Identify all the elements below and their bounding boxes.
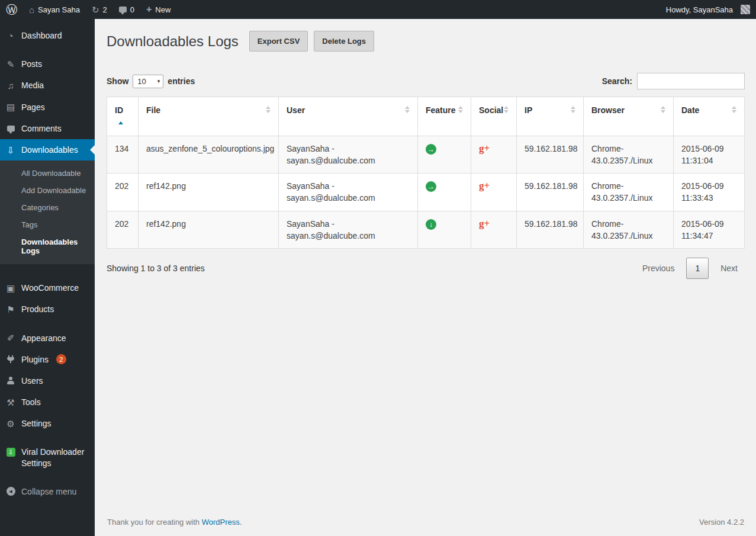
sidebar-item-plugins[interactable]: Plugins 2 (0, 349, 95, 370)
new-label: New (155, 5, 170, 14)
column-header-file[interactable]: File (139, 97, 279, 136)
updates-menu[interactable]: ↻ 2 (86, 0, 113, 19)
search-label: Search: (602, 76, 632, 86)
site-name: Sayan Saha (38, 5, 80, 14)
table-controls: Show 10 ▾ entries Search: (107, 73, 745, 89)
appearance-icon: ✐ (5, 333, 17, 342)
sidebar-item-label: Collapse menu (21, 486, 76, 497)
content-spacer (107, 279, 745, 509)
table-footer: Showing 1 to 3 of 3 entries Previous 1 N… (107, 258, 745, 279)
submenu-item-downloadables-logs[interactable]: Downloadables Logs (0, 233, 95, 259)
table-row: 202 ref142.png SayanSaha - sayan.s@dualc… (107, 211, 745, 249)
posts-icon: ✎ (5, 60, 17, 69)
cell-file: asus_zenfone_5_colouroptions.jpg (139, 136, 279, 174)
my-account-menu[interactable]: Howdy, SayanSaha (660, 0, 756, 19)
next-button[interactable]: Next (713, 258, 745, 278)
wp-logo-menu[interactable]: Ⓦ (0, 0, 23, 19)
search-input[interactable] (637, 73, 745, 89)
sidebar-item-woocommerce[interactable]: ▣ WooCommerce (0, 277, 95, 299)
sidebar-item-media[interactable]: ♫ Media (0, 75, 95, 96)
wordpress-logo-icon: Ⓦ (6, 4, 17, 15)
page-header: Downloadables Logs Export CSV Delete Log… (107, 19, 745, 52)
admin-bar: Ⓦ ⌂ Sayan Saha ↻ 2 0 + New Howdy, SayanS… (0, 0, 756, 19)
sidebar-item-downloadables[interactable]: ⇩ Downloadables (0, 139, 95, 161)
sort-icon (571, 106, 575, 113)
sidebar-item-dashboard[interactable]: ◔ Dashboard (0, 25, 95, 46)
submenu-item-all-downloadable[interactable]: All Downloadable (0, 165, 95, 182)
downloadables-icon: ⇩ (5, 146, 17, 155)
cell-user: SayanSaha - sayan.s@dualcube.com (279, 136, 418, 174)
cell-feature: → (418, 136, 471, 174)
cell-file: ref142.png (139, 211, 279, 249)
comments-menu[interactable]: 0 (113, 0, 140, 19)
sidebar-item-label: Settings (21, 418, 52, 429)
plus-icon: + (146, 5, 152, 14)
new-content-menu[interactable]: + New (140, 0, 176, 19)
plugins-icon (5, 355, 17, 363)
sidebar-item-label: WooCommerce (21, 283, 79, 293)
column-header-browser[interactable]: Browser (584, 97, 674, 136)
sidebar-item-label: Dashboard (21, 30, 62, 41)
table-row: 202 ref142.png SayanSaha - sayan.s@dualc… (107, 174, 745, 211)
submenu-item-tags[interactable]: Tags (0, 216, 95, 233)
column-header-social[interactable]: Social (471, 97, 517, 136)
table-info: Showing 1 to 3 of 3 entries (107, 264, 205, 273)
sidebar-item-posts[interactable]: ✎ Posts (0, 53, 95, 75)
wordpress-link[interactable]: WordPress. (202, 518, 242, 527)
cell-id: 134 (107, 136, 139, 174)
google-plus-icon: g+ (479, 180, 490, 191)
search-control: Search: (602, 73, 745, 89)
sidebar-item-label: Users (21, 375, 43, 386)
column-header-date[interactable]: Date (674, 97, 745, 136)
downloadables-submenu: All Downloadable Add Downloadable Catego… (0, 161, 95, 264)
sidebar-item-products[interactable]: ⚑ Products (0, 299, 95, 320)
column-header-user[interactable]: User (279, 97, 418, 136)
page-1-button[interactable]: 1 (686, 258, 709, 279)
sidebar-item-settings[interactable]: ⚙ Settings (0, 413, 95, 434)
cell-id: 202 (107, 174, 139, 211)
sort-icon (266, 106, 271, 113)
sidebar-item-pages[interactable]: ▤ Pages (0, 97, 95, 118)
sidebar-item-appearance[interactable]: ✐ Appearance (0, 328, 95, 349)
entries-label: entries (168, 76, 195, 86)
dashboard-icon: ◔ (5, 31, 17, 40)
share-icon: → (426, 144, 436, 155)
delete-logs-button[interactable]: Delete Logs (314, 31, 374, 52)
cell-browser: Chrome-43.0.2357./Linux (584, 174, 674, 211)
sidebar-item-label: Comments (21, 123, 62, 134)
sidebar-item-label: Plugins (21, 354, 49, 365)
sidebar-item-collapse-menu[interactable]: ◀ Collapse menu (0, 481, 95, 502)
submenu-item-add-downloadable[interactable]: Add Downloadable (0, 182, 95, 199)
export-csv-button[interactable]: Export CSV (249, 31, 308, 52)
site-name-menu[interactable]: ⌂ Sayan Saha (23, 0, 86, 19)
cell-id: 202 (107, 211, 139, 249)
home-icon: ⌂ (29, 5, 34, 14)
table-row: 134 asus_zenfone_5_colouroptions.jpg Say… (107, 136, 745, 174)
sidebar-item-tools[interactable]: ⚒ Tools (0, 391, 95, 413)
woocommerce-icon: ▣ (5, 284, 17, 293)
cell-user: SayanSaha - sayan.s@dualcube.com (279, 174, 418, 211)
updates-count: 2 (102, 5, 107, 14)
cell-user: SayanSaha - sayan.s@dualcube.com (279, 211, 418, 249)
cell-browser: Chrome-43.0.2357./Linux (584, 136, 674, 174)
page-length-select[interactable]: 10 ▾ (133, 75, 163, 88)
cell-social: g+ (471, 174, 517, 211)
google-plus-icon: g+ (479, 143, 490, 154)
updates-icon: ↻ (92, 5, 99, 14)
cell-browser: Chrome-43.0.2357./Linux (584, 211, 674, 249)
pages-icon: ▤ (5, 102, 17, 111)
sidebar-item-users[interactable]: Users (0, 370, 95, 391)
previous-button[interactable]: Previous (635, 258, 681, 278)
submenu-item-categories[interactable]: Categories (0, 199, 95, 216)
caret-down-icon: ▾ (157, 78, 160, 84)
column-header-id[interactable]: ID (107, 97, 139, 136)
version-text: Version 4.2.2 (699, 518, 744, 527)
sidebar-item-label: Media (21, 80, 44, 91)
sidebar-item-comments[interactable]: Comments (0, 118, 95, 139)
site-footer: Thank you for creating with WordPress. V… (107, 509, 745, 536)
column-header-ip[interactable]: IP (517, 97, 584, 136)
sidebar-item-viral-downloader-settings[interactable]: ⇩ Viral Downloader Settings (0, 441, 95, 473)
cell-ip: 59.162.181.98 (517, 174, 584, 211)
column-header-feature[interactable]: Feature (418, 97, 471, 136)
column-label: Browser (591, 105, 625, 115)
